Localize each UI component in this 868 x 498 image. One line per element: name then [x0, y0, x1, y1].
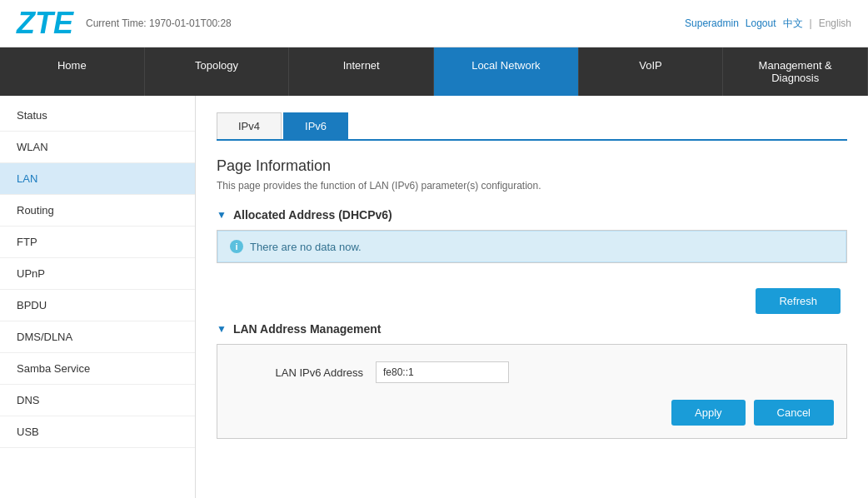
lan-ipv6-input[interactable] — [376, 361, 509, 383]
refresh-button[interactable]: Refresh — [756, 288, 841, 314]
superadmin-link[interactable]: Superadmin — [685, 17, 739, 29]
allocated-address-section: ▼ Allocated Address (DHCPv6) i There are… — [217, 208, 847, 322]
logout-link[interactable]: Logout — [746, 17, 776, 29]
lan-address-section: ▼ LAN Address Management LAN IPv6 Addres… — [217, 322, 847, 439]
allocated-address-title: Allocated Address (DHCPv6) — [233, 208, 392, 222]
sidebar: Status WLAN LAN Routing FTP UPnP BPDU DM… — [0, 96, 196, 498]
sidebar-item-routing[interactable]: Routing — [0, 195, 195, 227]
form-buttons: Apply Cancel — [230, 396, 834, 426]
lan-address-title: LAN Address Management — [233, 322, 382, 336]
triangle-icon-2: ▼ — [217, 323, 227, 335]
lan-ipv6-address-row: LAN IPv6 Address — [230, 361, 834, 383]
lan-address-header: ▼ LAN Address Management — [217, 322, 847, 336]
sidebar-item-lan[interactable]: LAN — [0, 163, 195, 195]
header: ZTE Current Time: 1970-01-01T00:28 Super… — [0, 0, 868, 47]
sidebar-item-ftp[interactable]: FTP — [0, 227, 195, 258]
lan-address-form: LAN IPv6 Address Apply Cancel — [217, 344, 847, 439]
page-info-desc: This page provides the function of LAN (… — [217, 180, 847, 192]
english-label: English — [819, 17, 851, 29]
main-nav: Home Topology Internet Local Network VoI… — [0, 47, 868, 96]
cancel-button[interactable]: Cancel — [754, 400, 834, 426]
tab-ipv4[interactable]: IPv4 — [217, 112, 282, 139]
header-links: Superadmin Logout 中文 | English — [685, 17, 851, 31]
logo: ZTE — [17, 8, 73, 38]
nav-management[interactable]: Management & Diagnosis — [723, 47, 868, 96]
nav-local-network[interactable]: Local Network — [434, 47, 579, 96]
sidebar-item-upnp[interactable]: UPnP — [0, 258, 195, 290]
nav-voip[interactable]: VoIP — [579, 47, 724, 96]
sidebar-item-samba[interactable]: Samba Service — [0, 353, 195, 385]
nav-topology[interactable]: Topology — [145, 47, 290, 96]
lan-ipv6-label: LAN IPv6 Address — [230, 366, 363, 379]
triangle-icon: ▼ — [217, 209, 227, 221]
no-data-message: There are no data now. — [250, 241, 362, 253]
sidebar-item-dns[interactable]: DNS — [0, 385, 195, 416]
nav-home[interactable]: Home — [0, 47, 145, 96]
content-area: IPv4 IPv6 Page Information This page pro… — [196, 96, 868, 498]
page-info-title: Page Information — [217, 157, 847, 175]
tabs: IPv4 IPv6 — [217, 112, 847, 141]
lang-separator: | — [810, 17, 812, 29]
nav-internet[interactable]: Internet — [289, 47, 434, 96]
sidebar-item-bpdu[interactable]: BPDU — [0, 290, 195, 321]
info-icon: i — [230, 240, 243, 253]
no-data-info-box: i There are no data now. — [217, 231, 846, 262]
sidebar-item-usb[interactable]: USB — [0, 416, 195, 448]
tab-ipv6[interactable]: IPv6 — [283, 112, 348, 139]
allocated-address-header: ▼ Allocated Address (DHCPv6) — [217, 208, 847, 222]
sidebar-item-wlan[interactable]: WLAN — [0, 132, 195, 163]
sidebar-item-status[interactable]: Status — [0, 100, 195, 132]
allocated-address-box: i There are no data now. — [217, 230, 847, 263]
page-info: Page Information This page provides the … — [217, 157, 847, 192]
apply-button[interactable]: Apply — [671, 400, 746, 426]
sidebar-item-dms-dlna[interactable]: DMS/DLNA — [0, 321, 195, 353]
header-logo: ZTE Current Time: 1970-01-01T00:28 — [17, 8, 232, 38]
current-time: Current Time: 1970-01-01T00:28 — [86, 17, 232, 29]
chinese-link[interactable]: 中文 — [783, 17, 803, 31]
main-content: Status WLAN LAN Routing FTP UPnP BPDU DM… — [0, 96, 868, 498]
refresh-button-row: Refresh — [217, 280, 847, 322]
